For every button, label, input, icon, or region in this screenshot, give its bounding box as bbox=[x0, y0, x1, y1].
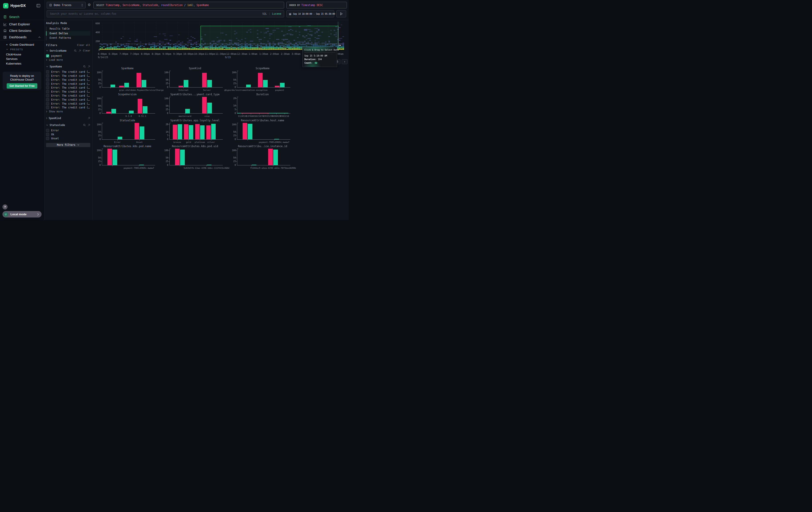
heatmap-selection-box[interactable] bbox=[201, 26, 339, 48]
filter-checkbox-row[interactable]: Ok bbox=[46, 132, 90, 136]
filter-checkbox-row[interactable]: Error: The credit card (… bbox=[46, 70, 90, 74]
analysis-mode-option[interactable]: Event Patterns bbox=[46, 36, 90, 40]
checkbox[interactable] bbox=[46, 129, 49, 132]
filter-checkbox-row[interactable]: Error: The credit card (… bbox=[46, 82, 90, 86]
charts-next-page-button[interactable]: › bbox=[342, 59, 348, 64]
preset-services[interactable]: Services bbox=[0, 56, 44, 61]
checkbox[interactable] bbox=[46, 98, 49, 101]
checkbox[interactable] bbox=[46, 70, 49, 74]
filter-checkbox-row[interactable]: Error: The credit card (… bbox=[46, 74, 90, 78]
filter-checkbox-row[interactable]: Error: The credit card (… bbox=[46, 102, 90, 106]
filter-group-header[interactable]: SpanName bbox=[46, 64, 90, 69]
chart-plot[interactable]: 10050250mastercardvisa bbox=[169, 97, 221, 113]
pin-icon[interactable] bbox=[88, 117, 90, 119]
chevron-up-icon[interactable] bbox=[38, 36, 41, 38]
clear-all-filters-button[interactable]: Clear all bbox=[77, 44, 90, 47]
filter-group-header[interactable]: StatusCode bbox=[46, 123, 90, 127]
checkbox[interactable] bbox=[46, 137, 49, 140]
filter-checkbox-row[interactable]: payment bbox=[46, 54, 90, 58]
analysis-mode-option[interactable]: Results Table bbox=[46, 26, 90, 31]
pin-icon[interactable] bbox=[88, 124, 90, 127]
checkbox[interactable] bbox=[46, 102, 49, 105]
collapse-sidebar-icon[interactable] bbox=[36, 4, 40, 7]
filter-checkbox-row[interactable]: Error: The credit card (… bbox=[46, 90, 90, 94]
filter-checkbox-row[interactable]: Error: The credit card (… bbox=[46, 98, 90, 102]
selection-drag-handle[interactable] bbox=[339, 45, 341, 46]
heatmap-y-tick: 600 bbox=[94, 22, 100, 25]
checkbox[interactable] bbox=[46, 133, 49, 136]
filter-checkbox-row[interactable]: Error: The credit card (… bbox=[46, 78, 90, 82]
chart-plot[interactable]: 100502505e02b5fb-13ae-4296-bbbc-111f423c… bbox=[169, 149, 221, 165]
chart-plot[interactable]: 10050250payment-7985c8969c-mwmw7 bbox=[102, 149, 153, 165]
chart-plot[interactable]: 10050250ErrorUnset bbox=[102, 123, 153, 139]
bar-outlier bbox=[268, 149, 273, 165]
lang-lucene[interactable]: Lucene bbox=[272, 12, 281, 16]
sidebar-item-search[interactable]: Search bbox=[0, 14, 44, 20]
chart-plot[interactable]: 10050250f5344ec9-a1ea-4290-a62a-78f5bee8… bbox=[237, 149, 288, 165]
filter-checkbox-row[interactable]: Error bbox=[46, 129, 90, 132]
filter-show-more-button[interactable]: Show more bbox=[46, 110, 90, 113]
sidebar-item-client-sessions[interactable]: Client Sessions bbox=[0, 28, 44, 34]
chart-plot[interactable]: 10050250grpc.oteldemo.PaymentService/Cha… bbox=[102, 71, 153, 87]
sidebar-item-dashboards[interactable]: Dashboards bbox=[0, 34, 44, 40]
filter-panel: Analysis Mode Results TableEvent DeltasE… bbox=[44, 20, 93, 220]
checkbox[interactable] bbox=[46, 78, 49, 81]
filter-group-header[interactable]: SpanKind bbox=[46, 116, 90, 120]
chart-plot[interactable]: 281470bronzegoldplatinumsilver bbox=[169, 123, 221, 139]
sidebar-item-chart-explorer[interactable]: Chart Explorer bbox=[0, 21, 44, 27]
get-started-button[interactable]: Get Started for Free bbox=[7, 83, 37, 89]
preset-kubernetes[interactable]: Kubernetes bbox=[0, 61, 44, 66]
query-language-toggle[interactable]: SQL | Lucene bbox=[262, 12, 281, 16]
chart-y-tick: 25 bbox=[95, 108, 101, 111]
filter-group-header[interactable]: ServiceNameClear bbox=[46, 49, 90, 53]
help-button[interactable]: ? bbox=[2, 204, 7, 210]
filter-load-more-button[interactable]: Load more bbox=[46, 58, 90, 62]
time-range-picker[interactable]: Sep 14 18:00:00 - Sep 15 05:30:00 bbox=[286, 10, 334, 17]
chart-plot[interactable]: 2010501124538137680116210701993529540909… bbox=[237, 97, 288, 113]
more-filters-button[interactable]: More filters bbox=[46, 143, 90, 147]
checkbox[interactable] bbox=[46, 94, 49, 97]
analysis-mode-option[interactable]: Event Deltas bbox=[46, 31, 90, 36]
presets-section-toggle[interactable]: PRESETS bbox=[0, 47, 44, 52]
clear-filter-button[interactable]: Clear bbox=[83, 49, 90, 52]
filter-checkbox-row[interactable]: Error: The credit card (… bbox=[46, 86, 90, 90]
chart-y-tick: 100 bbox=[163, 71, 168, 74]
chart-plot[interactable]: 10050250payment-7985c8969c-mwmw7 bbox=[237, 123, 288, 139]
pin-icon[interactable] bbox=[79, 49, 81, 52]
data-source-select[interactable]: Demo Traces bbox=[47, 2, 86, 8]
tooltip-count-value: 1 bbox=[314, 62, 318, 64]
chart-plot[interactable]: 10050250InternalServer bbox=[169, 71, 221, 87]
checkbox[interactable] bbox=[46, 82, 49, 85]
chart-y-tick: 7 bbox=[163, 134, 168, 137]
filter-checkbox-row[interactable]: Error: The credit card (… bbox=[46, 94, 90, 98]
checkbox[interactable] bbox=[46, 54, 49, 57]
line-chart-icon bbox=[3, 23, 7, 26]
search-input[interactable] bbox=[50, 12, 261, 16]
gear-icon[interactable]: ⚙ bbox=[88, 3, 91, 7]
checkbox[interactable] bbox=[46, 106, 49, 109]
run-query-button[interactable] bbox=[337, 10, 346, 17]
chevron-down-icon[interactable] bbox=[46, 125, 48, 126]
chevron-down-icon[interactable] bbox=[46, 66, 48, 67]
pin-icon[interactable] bbox=[88, 65, 90, 68]
filter-checkbox-row[interactable]: Error: The credit card (… bbox=[46, 106, 90, 110]
chart-plot[interactable]: 10050250@hyperdx/instrumentation-excepti… bbox=[237, 71, 288, 87]
search-icon[interactable] bbox=[83, 65, 86, 68]
search-icon[interactable] bbox=[83, 124, 86, 127]
chart-plot[interactable]: 100502500.1.00.51.1 bbox=[102, 97, 153, 113]
filter-checkbox-row[interactable]: Unset bbox=[46, 136, 90, 140]
search-icon[interactable] bbox=[74, 49, 77, 52]
checkbox[interactable] bbox=[46, 86, 49, 89]
checkbox[interactable] bbox=[46, 74, 49, 78]
account-menu[interactable]: U Local mode bbox=[2, 211, 41, 217]
chart-y-tick: 0 bbox=[231, 112, 236, 114]
sql-select-editor[interactable]: SELECT Timestamp, ServiceName, StatusCod… bbox=[93, 2, 284, 8]
preset-clickhouse[interactable]: ClickHouse bbox=[0, 52, 44, 57]
checkbox[interactable] bbox=[46, 90, 49, 93]
lang-sql[interactable]: SQL bbox=[262, 12, 267, 16]
chevron-down-icon[interactable] bbox=[46, 50, 48, 51]
brand-logo[interactable]: HyperDX bbox=[3, 3, 26, 8]
order-by-editor[interactable]: ORDER BY Timestamp DESC bbox=[286, 2, 347, 8]
create-dashboard-button[interactable]: + Create Dashboard bbox=[0, 42, 44, 47]
chevron-right-icon[interactable] bbox=[46, 117, 47, 119]
